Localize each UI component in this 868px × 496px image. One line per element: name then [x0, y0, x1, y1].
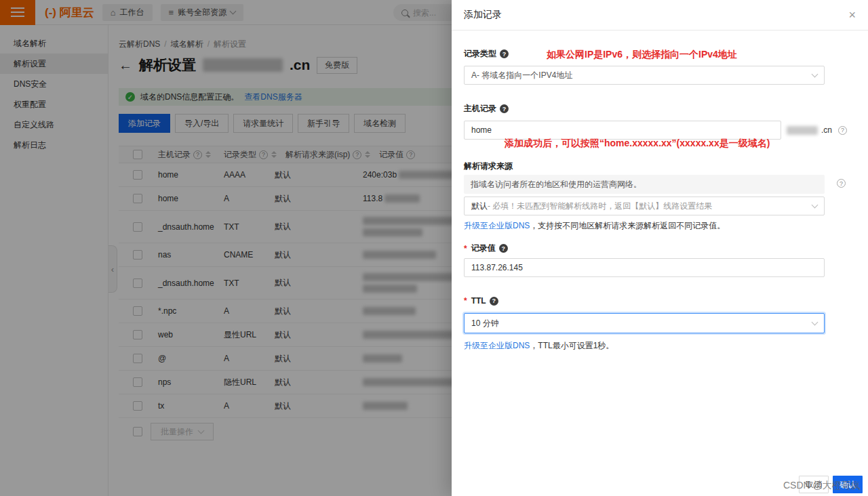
drawer-title: 添加记录: [464, 9, 502, 21]
upgrade-dns-link[interactable]: 升级至企业版DNS: [464, 341, 530, 350]
drawer-header: 添加记录 ×: [452, 0, 868, 30]
ttl-upgrade-rest: ，TTL最小可设置1秒。: [530, 341, 614, 350]
ttl-upgrade-row: 升级至企业版DNS，TTL最小可设置1秒。: [464, 340, 614, 352]
host-record-label-row: 主机记录 ?: [464, 103, 509, 115]
required-mark: *: [464, 244, 467, 253]
cancel-button[interactable]: 取消: [799, 476, 829, 493]
ttl-value: 10 分钟: [471, 318, 499, 329]
help-circle-icon[interactable]: ?: [837, 179, 846, 188]
required-mark: *: [464, 296, 467, 306]
ttl-label-row: * TTL ?: [464, 296, 498, 306]
line-upgrade-row: 升级至企业版DNS，支持按不同地区解析请求来源解析返回不同记录值。: [464, 220, 725, 232]
line-info-text: 指域名访问者所在的地区和使用的运营商网络。: [471, 179, 642, 190]
record-type-value: A- 将域名指向一个IPV4地址: [471, 70, 572, 81]
host-record-input-wrap: [464, 121, 781, 140]
help-icon[interactable]: ?: [490, 297, 498, 306]
line-value-main: 默认: [471, 201, 488, 212]
line-info-box: 指域名访问者所在的地区和使用的运营商网络。: [464, 175, 825, 194]
line-label: 解析请求来源: [464, 161, 513, 172]
record-type-label-row: 记录类型 ?: [464, 48, 509, 60]
close-icon[interactable]: ×: [848, 9, 856, 21]
chevron-down-icon: [812, 201, 818, 208]
line-select[interactable]: 默认 - 必填！未匹配到智能解析线路时，返回【默认】线路设置结果: [464, 197, 825, 215]
upgrade-dns-link[interactable]: 升级至企业版DNS: [464, 221, 530, 230]
ttl-select[interactable]: 10 分钟: [464, 313, 825, 333]
line-label-row: 解析请求来源: [464, 161, 513, 172]
help-icon[interactable]: ?: [499, 244, 508, 253]
overlay-mask[interactable]: [0, 0, 452, 496]
annotation-host-record: 添加成功后，可以按照“home.xxxxx.xx”(xxxxx.xx是一级域名): [505, 138, 770, 150]
help-icon[interactable]: ?: [500, 104, 509, 113]
confirm-button[interactable]: 确认: [833, 476, 863, 493]
blurred-domain: [787, 126, 818, 135]
record-value-label-row: * 记录值 ?: [464, 243, 508, 254]
line-upgrade-rest: ，支持按不同地区解析请求来源解析返回不同记录值。: [530, 221, 725, 230]
app-root: (-) 阿里云 ⌂ 工作台 ≡ 账号全部资源 域名解析解析设置DNS安全权重配置…: [0, 0, 868, 496]
host-record-label: 主机记录: [464, 103, 496, 115]
record-value-input-wrap: [464, 258, 825, 277]
annotation-record-type: 如果公网IP是IPv6，则选择指向一个IPv4地址: [547, 49, 737, 61]
record-type-select[interactable]: A- 将域名指向一个IPV4地址: [464, 66, 825, 85]
help-icon[interactable]: ?: [500, 49, 509, 58]
chevron-down-icon: [812, 70, 818, 77]
record-value-label: 记录值: [471, 243, 496, 254]
host-record-input[interactable]: [471, 125, 774, 135]
domain-suffix-text: .cn: [821, 125, 832, 135]
record-type-label: 记录类型: [464, 48, 496, 60]
host-domain-suffix: .cn ?: [787, 125, 847, 135]
help-circle-icon[interactable]: ?: [838, 126, 847, 135]
add-record-drawer: 添加记录 × 记录类型 ? 如果公网IP是IPv6，则选择指向一个IPv4地址 …: [452, 0, 868, 496]
line-value-rest: - 必填！未匹配到智能解析线路时，返回【默认】线路设置结果: [488, 201, 712, 212]
chevron-down-icon: [812, 318, 818, 325]
ttl-label: TTL: [471, 296, 486, 306]
record-value-input[interactable]: [471, 263, 817, 272]
